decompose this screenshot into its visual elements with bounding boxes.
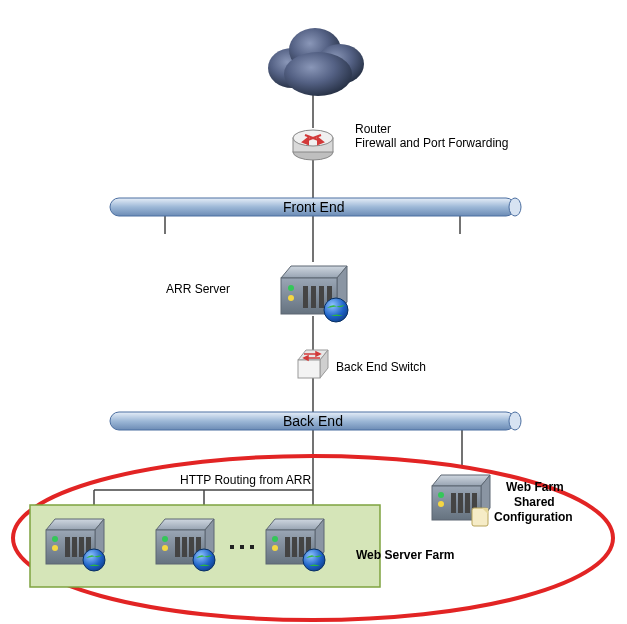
http-routing-label: HTTP Routing from ARR <box>180 473 311 488</box>
arr-server-label: ARR Server <box>166 282 230 297</box>
svg-point-76 <box>272 545 278 551</box>
svg-point-53 <box>52 545 58 551</box>
web-server-3 <box>266 519 325 571</box>
svg-marker-45 <box>46 519 104 530</box>
router-icon <box>293 130 333 160</box>
svg-point-25 <box>509 198 521 216</box>
back-end-label: Back End <box>283 413 343 431</box>
svg-rect-48 <box>65 537 70 557</box>
svg-point-62 <box>162 536 168 542</box>
svg-point-85 <box>438 492 444 498</box>
webfarm-shared-label-3: Configuration <box>494 510 573 525</box>
svg-marker-26 <box>281 266 347 278</box>
svg-rect-67 <box>250 545 254 549</box>
svg-rect-83 <box>465 493 470 513</box>
connectors <box>94 90 462 510</box>
svg-point-63 <box>162 545 168 551</box>
svg-rect-31 <box>319 286 324 308</box>
svg-rect-72 <box>292 537 297 557</box>
svg-point-44 <box>509 412 521 430</box>
svg-rect-50 <box>79 537 84 557</box>
web-server-2 <box>156 519 215 571</box>
webfarm-shared-label-2: Shared <box>514 495 555 510</box>
webfarm-shared-label-1: Web Farm <box>506 480 564 495</box>
svg-point-86 <box>438 501 444 507</box>
svg-point-33 <box>288 285 294 291</box>
internet-cloud <box>268 28 364 96</box>
svg-marker-55 <box>156 519 214 530</box>
svg-rect-81 <box>451 493 456 513</box>
svg-point-52 <box>52 536 58 542</box>
svg-marker-68 <box>266 519 324 530</box>
svg-rect-29 <box>303 286 308 308</box>
svg-rect-59 <box>182 537 187 557</box>
svg-point-16 <box>284 52 352 96</box>
ellipsis-dots <box>230 545 254 549</box>
router-label-1: Router <box>355 122 391 137</box>
back-end-switch-label: Back End Switch <box>336 360 426 375</box>
svg-point-34 <box>288 295 294 301</box>
svg-rect-58 <box>175 537 180 557</box>
svg-rect-71 <box>285 537 290 557</box>
arr-server-icon <box>281 266 348 322</box>
svg-point-35 <box>324 298 348 322</box>
svg-rect-73 <box>299 537 304 557</box>
svg-point-77 <box>303 549 325 571</box>
svg-rect-30 <box>311 286 316 308</box>
diagram-canvas <box>0 0 627 624</box>
web-server-farm-label: Web Server Farm <box>356 548 455 563</box>
svg-point-54 <box>83 549 105 571</box>
svg-point-64 <box>193 549 215 571</box>
svg-rect-38 <box>298 360 320 378</box>
svg-rect-66 <box>240 545 244 549</box>
shared-config-server-icon <box>432 475 490 526</box>
router-label-2: Firewall and Port Forwarding <box>355 136 508 151</box>
svg-rect-49 <box>72 537 77 557</box>
svg-marker-78 <box>432 475 490 486</box>
svg-rect-82 <box>458 493 463 513</box>
svg-rect-60 <box>189 537 194 557</box>
back-end-switch-icon <box>298 350 328 378</box>
web-server-1 <box>46 519 105 571</box>
front-end-label: Front End <box>283 199 344 217</box>
svg-rect-65 <box>230 545 234 549</box>
svg-point-75 <box>272 536 278 542</box>
